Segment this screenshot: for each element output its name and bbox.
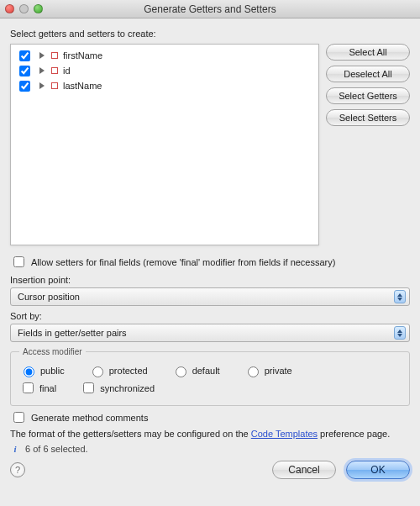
format-note-prefix: The format of the getters/setters may be… <box>10 429 251 439</box>
chevron-up-icon <box>397 329 402 333</box>
field-icon <box>51 67 58 74</box>
chevron-down-icon <box>397 298 402 301</box>
code-templates-link[interactable]: Code Templates <box>251 429 318 439</box>
sort-by-value: Fields in getter/setter pairs <box>18 328 127 338</box>
insertion-point-label: Insertion point: <box>10 275 410 285</box>
window-controls <box>5 4 43 13</box>
radio-protected[interactable] <box>92 366 103 377</box>
dialog-footer: ? Cancel OK <box>10 461 410 479</box>
status-text: 6 of 6 selected. <box>25 444 88 454</box>
synchronized-checkbox[interactable] <box>83 382 94 393</box>
help-button[interactable]: ? <box>10 462 25 477</box>
zoom-icon[interactable] <box>34 4 43 13</box>
field-tree[interactable]: firstName id lastName <box>10 44 319 245</box>
tree-checkbox[interactable] <box>19 66 30 76</box>
chevron-down-icon <box>397 334 402 337</box>
combo-stepper-icon[interactable] <box>394 290 406 303</box>
field-icon <box>51 82 58 89</box>
selection-buttons: Select All Deselect All Select Getters S… <box>326 44 410 245</box>
tree-item[interactable]: id <box>14 63 315 78</box>
field-icon <box>51 52 58 59</box>
prompt-label: Select getters and setters to create: <box>10 29 319 39</box>
select-getters-button[interactable]: Select Getters <box>326 87 410 104</box>
tree-item-label: id <box>63 66 71 76</box>
generate-comments-row: Generate method comments <box>10 409 410 425</box>
select-setters-button[interactable]: Select Setters <box>326 109 410 126</box>
format-note: The format of the getters/setters may be… <box>10 429 410 439</box>
disclosure-icon[interactable] <box>39 82 45 89</box>
tree-panel: Select getters and setters to create: fi… <box>10 27 319 245</box>
tree-checkbox[interactable] <box>19 81 30 92</box>
titlebar: Generate Getters and Setters <box>0 0 420 18</box>
synchronized-option[interactable]: synchronized <box>80 380 155 396</box>
sort-by-combo[interactable]: Fields in getter/setter pairs <box>10 324 410 342</box>
chevron-up-icon <box>397 293 402 297</box>
generate-comments-checkbox[interactable] <box>13 412 24 423</box>
format-note-suffix: preference page. <box>318 429 390 439</box>
final-checkbox[interactable] <box>23 382 34 393</box>
allow-final-row: Allow setters for final fields (remove '… <box>10 254 410 270</box>
radio-private[interactable] <box>248 366 259 377</box>
top-row: Select getters and setters to create: fi… <box>10 27 410 245</box>
allow-final-label: Allow setters for final fields (remove '… <box>31 257 335 267</box>
allow-final-checkbox[interactable] <box>13 256 24 267</box>
radio-default[interactable] <box>176 366 186 377</box>
tree-item[interactable]: firstName <box>14 48 315 63</box>
cancel-button[interactable]: Cancel <box>272 461 336 479</box>
access-modifier-group: Access modifier public protected default… <box>10 347 410 406</box>
action-buttons: Cancel OK <box>272 461 410 479</box>
access-private[interactable]: private <box>244 364 292 377</box>
dialog-content: Select getters and setters to create: fi… <box>0 18 420 486</box>
tree-checkbox[interactable] <box>19 50 30 61</box>
tree-item-label: firstName <box>63 50 102 61</box>
final-option[interactable]: final <box>19 380 56 396</box>
tree-item-label: lastName <box>63 81 102 91</box>
disclosure-icon[interactable] <box>39 52 45 59</box>
sort-by-label: Sort by: <box>10 311 410 321</box>
insertion-point-combo[interactable]: Cursor position <box>10 287 410 306</box>
access-default[interactable]: default <box>171 364 220 377</box>
access-modifier-legend: Access modifier <box>19 347 86 356</box>
disclosure-icon[interactable] <box>39 67 45 74</box>
access-checkbox-row: final synchronized <box>19 380 401 396</box>
info-icon: i <box>10 444 20 454</box>
radio-public[interactable] <box>24 366 34 377</box>
minimize-icon <box>19 4 29 13</box>
combo-stepper-icon[interactable] <box>394 326 406 340</box>
generate-comments-label: Generate method comments <box>31 413 148 423</box>
access-radio-row: public protected default private <box>19 364 401 377</box>
window-title: Generate Getters and Setters <box>0 3 420 15</box>
close-icon[interactable] <box>5 4 14 13</box>
insertion-point-value: Cursor position <box>18 292 80 302</box>
status-bar: i 6 of 6 selected. <box>10 444 410 454</box>
access-public[interactable]: public <box>19 364 65 377</box>
deselect-all-button[interactable]: Deselect All <box>326 66 410 82</box>
select-all-button[interactable]: Select All <box>326 44 410 61</box>
access-protected[interactable]: protected <box>88 364 148 377</box>
tree-item[interactable]: lastName <box>14 78 315 93</box>
ok-button[interactable]: OK <box>346 461 410 479</box>
